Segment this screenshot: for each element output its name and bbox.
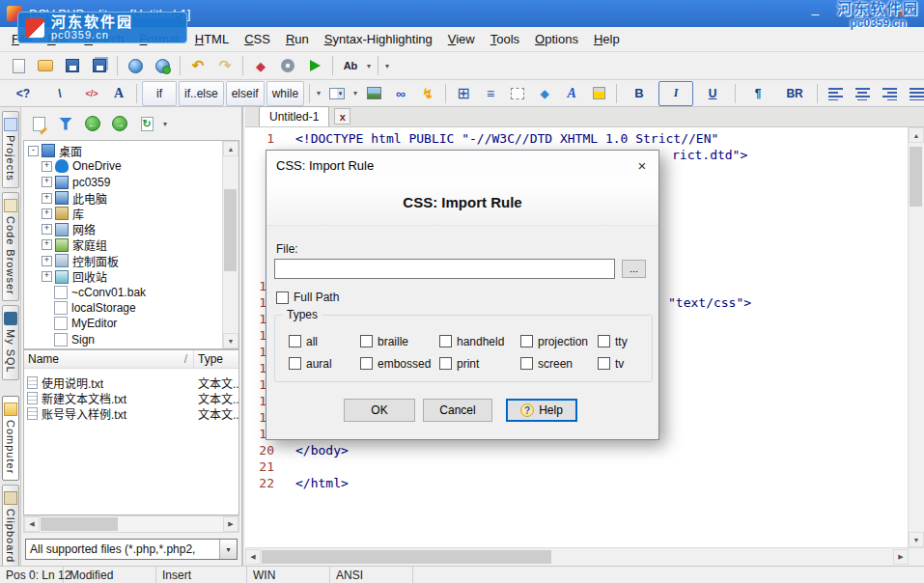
tree-item-localstorage[interactable]: localStorage <box>24 300 238 316</box>
combo-dropdown-icon[interactable]: ▾ <box>219 540 237 559</box>
align-justify-icon[interactable] <box>904 81 924 106</box>
syntax-check-icon[interactable] <box>248 53 273 78</box>
side-tab-clipboard[interactable]: Clipboard <box>2 485 19 569</box>
while-button[interactable]: while <box>266 81 304 106</box>
side-tab-code-browser[interactable]: Code Browser <box>2 192 19 302</box>
scroll-thumb[interactable] <box>224 189 237 271</box>
dropdown-arrow-icon[interactable]: ▾ <box>364 62 374 70</box>
scroll-thumb[interactable] <box>41 517 118 531</box>
file-filter-combobox[interactable]: All supported files (*.php,*.php2, ▾ <box>25 539 238 560</box>
open-folder-icon[interactable] <box>33 53 58 78</box>
ok-button[interactable]: OK <box>344 399 415 422</box>
file-list-row[interactable]: 账号导入样例.txt文本文... <box>24 405 238 421</box>
upload-globe-icon[interactable] <box>123 53 148 78</box>
align-center-icon[interactable] <box>850 81 875 106</box>
div-layer-icon[interactable] <box>505 81 530 106</box>
run-icon[interactable] <box>302 53 327 78</box>
dialog-close-button[interactable]: × <box>626 151 658 180</box>
tab-untitled-1[interactable]: Untitled-1 <box>259 106 329 126</box>
expand-icon[interactable]: + <box>42 224 52 235</box>
align-left-icon[interactable] <box>823 81 848 106</box>
file-list-row[interactable]: 使用说明.txt文本文... <box>24 375 238 390</box>
expand-icon[interactable]: + <box>42 239 52 250</box>
checkbox-handheld[interactable]: handheld <box>439 333 520 349</box>
dropdown-arrow-icon[interactable]: ▾ <box>350 89 360 97</box>
forward-icon[interactable] <box>107 111 132 136</box>
menu-item-html[interactable]: HTML <box>187 28 237 50</box>
side-tab-computer[interactable]: Computer <box>2 396 19 481</box>
elseif-button[interactable]: elseif <box>226 81 265 106</box>
column-header-type[interactable]: Type <box>194 352 238 366</box>
scroll-thumb[interactable] <box>910 147 922 207</box>
checkbox-projection[interactable]: projection <box>520 333 598 349</box>
file-input[interactable] <box>274 259 615 279</box>
align-right-icon[interactable] <box>877 81 902 106</box>
find-replace-icon[interactable] <box>338 53 363 78</box>
hyperlink-icon[interactable] <box>388 81 413 106</box>
filter-icon[interactable] <box>53 111 78 136</box>
minimize-button[interactable]: – <box>794 0 837 27</box>
expand-icon[interactable]: + <box>42 193 52 204</box>
form-combo-icon[interactable] <box>324 81 350 106</box>
tree-item-[interactable]: +网络 <box>24 221 238 236</box>
editor-vscrollbar[interactable]: ▲ ▼ <box>908 127 924 547</box>
code-line[interactable]: 22</html> <box>245 475 908 491</box>
menu-item-syntax-highlighting[interactable]: Syntax-Highlighting <box>317 28 440 50</box>
scroll-down-icon[interactable]: ▼ <box>223 333 238 348</box>
scroll-up-icon[interactable]: ▲ <box>909 127 924 143</box>
menu-item-css[interactable]: CSS <box>237 28 278 50</box>
scroll-right-icon[interactable]: ▶ <box>893 549 909 565</box>
checkbox-tty[interactable]: tty <box>598 333 652 349</box>
scroll-right-icon[interactable]: ▶ <box>223 516 238 532</box>
tree-item-[interactable]: +此电脑 <box>24 190 238 206</box>
back-icon[interactable] <box>80 111 105 136</box>
save-all-icon[interactable] <box>87 53 112 78</box>
list-icon[interactable] <box>478 81 503 106</box>
editor-hscrollbar[interactable]: ◀ ▶ <box>245 547 924 566</box>
highlight-icon[interactable] <box>586 81 611 106</box>
paragraph-button[interactable]: ¶ <box>741 81 775 106</box>
php-tag-button[interactable]: <? <box>6 81 41 106</box>
tab-close-button[interactable]: x <box>334 108 350 125</box>
redo-icon[interactable] <box>212 53 238 78</box>
checkbox-braille[interactable]: braille <box>360 333 439 349</box>
backslash-button[interactable]: \ <box>42 81 77 106</box>
dropdown-arrow-icon[interactable]: ▾ <box>382 62 392 70</box>
tree-item-cconv01-bak[interactable]: ~cConv01.bak <box>24 285 238 300</box>
bold-button[interactable]: B <box>622 81 657 106</box>
checkbox-print[interactable]: print <box>439 355 520 372</box>
font-italic-icon[interactable] <box>559 81 584 106</box>
scroll-left-icon[interactable]: ◀ <box>24 516 40 532</box>
tree-item-[interactable]: -桌面 <box>24 143 238 158</box>
side-tab-projects[interactable]: Projects <box>2 111 19 188</box>
tree-item-[interactable]: +库 <box>24 206 238 221</box>
tree-item-sign[interactable]: Sign <box>24 332 238 347</box>
save-icon[interactable] <box>60 53 85 78</box>
checkbox-screen[interactable]: screen <box>520 355 598 372</box>
checkbox-aural[interactable]: aural <box>289 355 360 372</box>
menu-item-options[interactable]: Options <box>527 28 586 50</box>
checkbox-all[interactable]: all <box>289 333 360 349</box>
line-break-button[interactable]: BR <box>777 81 812 106</box>
refresh-go-icon[interactable] <box>134 111 159 136</box>
checkbox-tv[interactable]: tv <box>598 355 652 372</box>
tree-item-[interactable]: +回收站 <box>24 268 238 284</box>
scroll-up-icon[interactable]: ▲ <box>223 141 238 156</box>
browse-button[interactable]: ... <box>622 260 646 278</box>
edit-page-icon[interactable] <box>26 111 51 136</box>
side-tab-my-sql[interactable]: My SQL <box>2 305 19 380</box>
scroll-thumb[interactable] <box>262 550 551 564</box>
image-icon[interactable] <box>361 81 386 106</box>
menu-item-run[interactable]: Run <box>278 28 317 50</box>
italic-button[interactable]: I <box>658 81 693 106</box>
code-line[interactable]: 21 <box>245 458 908 475</box>
if-button[interactable]: if <box>142 81 177 106</box>
expand-icon[interactable]: + <box>42 256 52 266</box>
tree-scrollbar[interactable]: ▲ ▼ <box>222 141 238 348</box>
tree-item-pc0359[interactable]: +pc0359 <box>24 175 238 190</box>
options-gear-icon[interactable] <box>275 53 300 78</box>
cancel-button[interactable]: Cancel <box>423 399 492 422</box>
code-line[interactable]: 1<!DOCTYPE html PUBLIC "-//W3C//DTD XHTM… <box>245 130 908 147</box>
panel-hscrollbar[interactable]: ◀ ▶ <box>23 515 239 533</box>
scroll-left-icon[interactable]: ◀ <box>245 549 261 565</box>
